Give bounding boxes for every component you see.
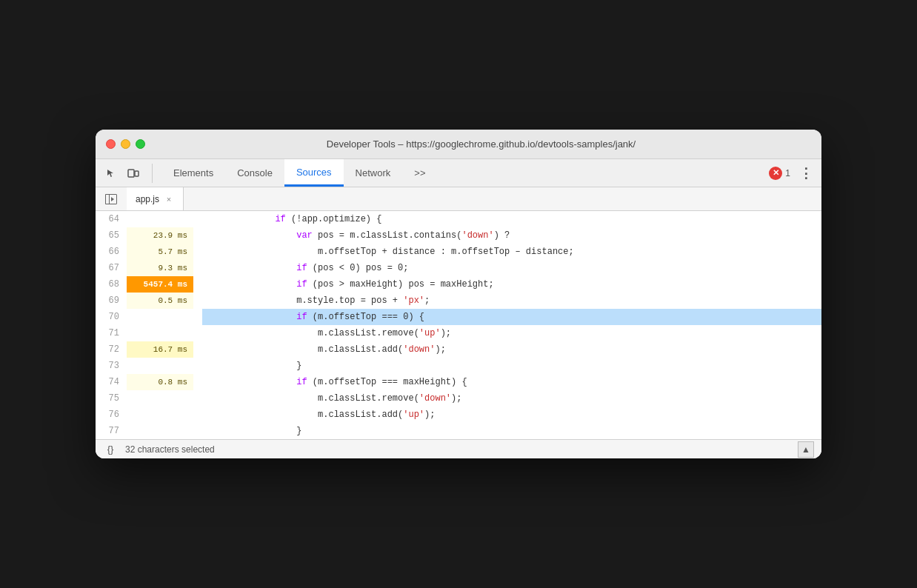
- code-line-72: m.classList.add('down');: [202, 341, 821, 358]
- file-tab-name: app.js: [136, 194, 159, 204]
- tab-console[interactable]: Console: [225, 159, 284, 187]
- code-line-76: m.classList.add('up');: [202, 407, 821, 423]
- code-line-77: }: [202, 423, 821, 439]
- code-line-69: m.style.top = pos + 'px';: [202, 293, 821, 309]
- title-bar: Developer Tools – https://googlechrome.g…: [96, 130, 821, 159]
- error-icon: ✕: [769, 167, 782, 180]
- more-menu-button[interactable]: ⋮: [796, 164, 816, 183]
- timing-column: 23.9 ms 5.7 ms 9.3 ms 5457.4 ms 0.5 ms 1…: [127, 211, 193, 439]
- maximize-button[interactable]: [136, 139, 145, 149]
- line-num-77: 77: [96, 423, 127, 439]
- timing-74: 0.8 ms: [127, 374, 193, 390]
- line-num-67: 67: [96, 260, 127, 276]
- main-toolbar: Elements Console Sources Network >> ✕: [96, 159, 821, 187]
- code-line-73: }: [202, 358, 821, 374]
- line-num-76: 76: [96, 407, 127, 423]
- timing-76: [127, 407, 193, 423]
- timing-70: [127, 309, 193, 325]
- code-line-67: if (pos < 0) pos = 0;: [202, 260, 821, 276]
- code-line-68: if (pos > maxHeight) pos = maxHeight;: [202, 276, 821, 293]
- sidebar-toggle-button[interactable]: [101, 190, 121, 209]
- line-num-66: 66: [96, 244, 127, 260]
- timing-71: [127, 325, 193, 341]
- tab-network[interactable]: Network: [344, 159, 403, 187]
- toolbar-right: ✕ 1 ⋮: [769, 164, 816, 183]
- device-toolbar-icon[interactable]: [124, 164, 143, 183]
- timing-68: 5457.4 ms: [127, 276, 193, 293]
- format-icon[interactable]: {}: [103, 442, 118, 457]
- minimize-button[interactable]: [121, 139, 130, 149]
- line-num-68: 68: [96, 276, 127, 293]
- file-tab-appjs[interactable]: app.js ×: [127, 187, 184, 210]
- timing-75: [127, 390, 193, 407]
- timing-72: 16.7 ms: [127, 341, 193, 358]
- code-column: if (!app.optimize) { var pos = m.classLi…: [193, 211, 821, 439]
- code-line-74: if (m.offsetTop === maxHeight) {: [202, 374, 821, 390]
- tab-sources[interactable]: Sources: [284, 159, 344, 187]
- devtools-panel: Elements Console Sources Network >> ✕: [96, 159, 821, 458]
- code-line-70: if (m.offsetTop === 0) {: [202, 309, 821, 325]
- line-num-71: 71: [96, 325, 127, 341]
- toolbar-icons-group: [101, 164, 153, 183]
- file-tab-close-button[interactable]: ×: [164, 194, 174, 204]
- code-line-71: m.classList.remove('up');: [202, 325, 821, 341]
- code-line-64: if (!app.optimize) {: [202, 211, 821, 227]
- code-line-66: m.offsetTop + distance : m.offsetTop – d…: [202, 244, 821, 260]
- devtools-window: Developer Tools – https://googlechrome.g…: [96, 130, 821, 458]
- line-numbers-column: 64 65 66 67 68 69 70 71 72 73 74 75 76 7…: [96, 211, 127, 439]
- timing-69: 0.5 ms: [127, 293, 193, 309]
- line-num-73: 73: [96, 358, 127, 374]
- timing-73: [127, 358, 193, 374]
- line-num-74: 74: [96, 374, 127, 390]
- main-tabs: Elements Console Sources Network >>: [161, 159, 766, 187]
- status-bar: {} 32 characters selected ▲: [96, 439, 821, 458]
- timing-65: 23.9 ms: [127, 227, 193, 244]
- code-line-75: m.classList.remove('down');: [202, 390, 821, 407]
- tab-more[interactable]: >>: [402, 159, 437, 187]
- svg-rect-1: [135, 171, 139, 176]
- line-num-64: 64: [96, 211, 127, 227]
- scroll-to-top-button[interactable]: ▲: [798, 441, 814, 458]
- cursor-icon[interactable]: [101, 164, 121, 183]
- svg-rect-2: [106, 194, 110, 204]
- timing-67: 9.3 ms: [127, 260, 193, 276]
- file-tabs-bar: app.js ×: [96, 187, 821, 211]
- line-num-75: 75: [96, 390, 127, 407]
- line-num-72: 72: [96, 341, 127, 358]
- timing-77: [127, 423, 193, 439]
- code-line-65: var pos = m.classList.contains('down') ?: [202, 227, 821, 244]
- tab-elements[interactable]: Elements: [161, 159, 225, 187]
- timing-66: 5.7 ms: [127, 244, 193, 260]
- status-text: 32 characters selected: [125, 444, 215, 455]
- traffic-lights: [106, 139, 145, 149]
- timing-64: [127, 211, 193, 227]
- svg-marker-4: [111, 197, 114, 201]
- line-num-70: 70: [96, 309, 127, 325]
- window-title: Developer Tools – https://googlechrome.g…: [151, 138, 811, 150]
- error-badge[interactable]: ✕ 1: [769, 167, 790, 180]
- line-num-69: 69: [96, 293, 127, 309]
- code-editor: 64 65 66 67 68 69 70 71 72 73 74 75 76 7…: [96, 211, 821, 439]
- svg-rect-0: [128, 170, 134, 177]
- close-button[interactable]: [106, 139, 116, 149]
- line-num-65: 65: [96, 227, 127, 244]
